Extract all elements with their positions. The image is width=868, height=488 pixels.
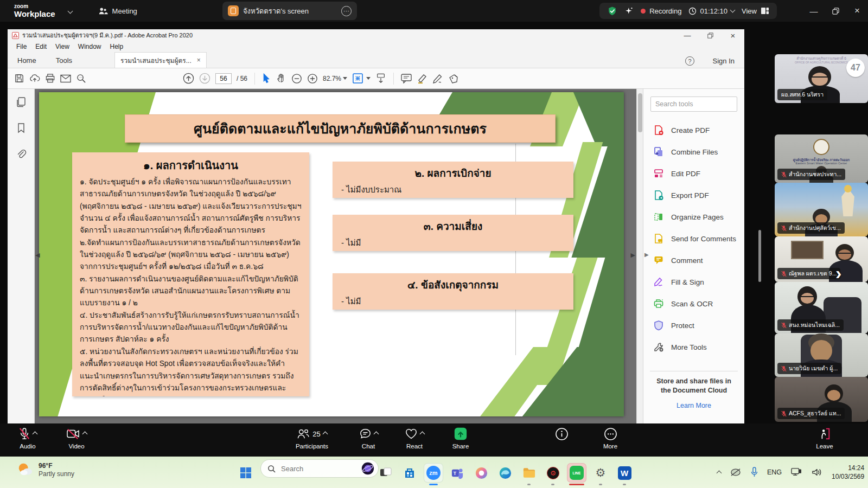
acrobat-restore-button[interactable] xyxy=(699,29,722,41)
tool-combine-files[interactable]: Combine Files xyxy=(643,141,744,163)
next-videos-chevron-icon[interactable]: › xyxy=(835,264,841,282)
select-cursor-icon[interactable] xyxy=(262,73,271,84)
menu-view[interactable]: View xyxy=(51,43,74,50)
document-scrollbar[interactable] xyxy=(636,89,643,423)
zoom-minimize-button[interactable]: — xyxy=(803,2,825,20)
find-icon[interactable]: ⋯ xyxy=(76,73,86,84)
taskbar-search-box[interactable] xyxy=(260,459,379,478)
tool-more-tools[interactable]: More Tools xyxy=(643,336,744,358)
help-icon[interactable]: ? xyxy=(685,56,694,66)
share-button[interactable]: Share xyxy=(436,427,486,450)
attachments-icon[interactable] xyxy=(16,149,27,159)
react-chevron-up-icon[interactable] xyxy=(420,431,425,436)
audio-button[interactable]: Audio xyxy=(3,427,53,450)
sign-in-button[interactable]: Sign In xyxy=(713,57,735,65)
info-button[interactable] xyxy=(537,427,586,441)
comment-bubble-icon[interactable] xyxy=(401,74,412,84)
network-icon[interactable] xyxy=(790,467,802,477)
video-tile[interactable]: สำนักงานเศรษฐกิจการเกษตรที่ 6 OFFICE OF … xyxy=(775,54,868,103)
chat-chevron-up-icon[interactable] xyxy=(373,431,379,436)
stamp-tag-icon[interactable] xyxy=(448,73,459,84)
acrobat-close-button[interactable]: × xyxy=(722,29,744,41)
tool-edit-pdf[interactable]: Edit PDF xyxy=(643,163,744,184)
video-tile[interactable]: สำนักงานปศุสัตว์เข... xyxy=(775,183,868,236)
panel-collapse-icon[interactable]: ▶ xyxy=(644,252,649,258)
zoom-level-dropdown[interactable]: 82.7% xyxy=(323,75,347,82)
react-button[interactable]: React xyxy=(390,427,439,450)
page-display-icon[interactable] xyxy=(375,73,386,84)
fit-page-icon[interactable] xyxy=(352,73,363,84)
file-explorer-button[interactable] xyxy=(520,464,538,482)
menu-file[interactable]: File xyxy=(12,43,31,50)
acrobat-minimize-button[interactable]: — xyxy=(676,29,699,41)
leave-button[interactable]: Leave xyxy=(800,427,850,450)
next-page-icon[interactable] xyxy=(199,73,210,84)
email-icon[interactable] xyxy=(60,74,71,83)
page-thumbnails-icon[interactable] xyxy=(16,97,27,107)
tab-meeting[interactable]: Meeting xyxy=(98,7,137,15)
copilot-search-icon[interactable] xyxy=(361,461,375,476)
tray-mic-icon[interactable] xyxy=(750,467,758,478)
page-number-input[interactable] xyxy=(215,73,232,84)
antivirus-app-button[interactable]: ⚙ xyxy=(544,464,562,482)
search-tools-input[interactable] xyxy=(650,97,737,112)
document-viewport[interactable]: ศูนย์ติดตามและแก้ไขปัญหาภัยพิบัติด้านการ… xyxy=(35,89,643,423)
video-tile[interactable]: นายวินัย เมฆดำ ผู้... xyxy=(775,333,868,377)
word-button[interactable]: W xyxy=(615,464,634,482)
task-view-button[interactable] xyxy=(376,464,395,482)
audio-chevron-up-icon[interactable] xyxy=(33,431,38,436)
security-shield-icon[interactable] xyxy=(607,6,617,16)
teams-button[interactable]: T xyxy=(448,464,467,482)
learn-more-link[interactable]: Learn More xyxy=(643,402,744,409)
meeting-timer[interactable]: 01:12:10 xyxy=(688,7,735,15)
video-tile[interactable]: สนง.หม่อนไหมเฉลิ... xyxy=(775,282,868,333)
participants-button[interactable]: 25 Participants xyxy=(282,427,342,450)
tool-export-pdf[interactable]: Export PDF xyxy=(643,184,744,206)
tab-document-close-icon[interactable]: × xyxy=(197,56,201,64)
tab-document[interactable]: รวมนำเสนอประชุมผู้ตร... × xyxy=(114,52,207,68)
menu-edit[interactable]: Edit xyxy=(31,43,51,50)
previous-page-icon[interactable] xyxy=(183,73,194,84)
tool-protect[interactable]: Protect xyxy=(643,314,744,336)
zoom-app-button[interactable]: zm xyxy=(424,464,443,482)
bookmarks-icon[interactable] xyxy=(16,123,26,133)
zoom-maximize-button[interactable] xyxy=(825,2,846,20)
video-tile[interactable]: ณัฐพล ผตร.เขต 9... xyxy=(775,236,868,282)
zoom-out-icon[interactable] xyxy=(291,73,302,84)
line-app-button[interactable]: LINE xyxy=(567,464,586,482)
video-tile[interactable]: ศูนย์ปฏิบัติการน้ำอัจฉริยะ ภาคตะวันออก E… xyxy=(775,134,868,183)
video-chevron-up-icon[interactable] xyxy=(82,431,88,436)
video-strip-scrollbar[interactable] xyxy=(758,230,761,282)
start-button[interactable] xyxy=(237,464,255,482)
document-scrollbar-thumb[interactable] xyxy=(638,93,642,132)
tool-send-for-comments[interactable]: Send for Comments xyxy=(643,228,744,249)
highlighter-icon[interactable] xyxy=(417,73,427,84)
tool-scan-ocr[interactable]: Scan & OCR xyxy=(643,293,744,314)
zoom-close-button[interactable]: × xyxy=(846,2,868,20)
volume-icon[interactable] xyxy=(811,467,823,477)
ai-sparkle-icon[interactable] xyxy=(624,7,634,16)
workspace-chevron-down-icon[interactable] xyxy=(67,8,73,14)
tab-tools[interactable]: Tools xyxy=(46,53,82,68)
fill-sign-pen-icon[interactable] xyxy=(432,73,443,84)
tool-fill-sign[interactable]: Fill & Sign xyxy=(643,271,744,293)
tool-comment[interactable]: Comment xyxy=(643,249,744,271)
tab-home[interactable]: Home xyxy=(8,53,46,68)
microsoft-store-button[interactable] xyxy=(400,464,419,482)
tool-organize-pages[interactable]: Organize Pages xyxy=(643,206,744,228)
next-page-arrow-icon[interactable]: ▶ xyxy=(631,252,635,259)
save-icon[interactable] xyxy=(14,73,24,84)
zoom-in-icon[interactable] xyxy=(307,73,318,84)
eye-hidden-icon[interactable] xyxy=(730,467,742,477)
settings-button[interactable]: ⚙ xyxy=(591,464,610,482)
print-icon[interactable] xyxy=(45,73,55,84)
tab-shared-screen[interactable]: จังหวัดตราด's screen ⋯ xyxy=(222,2,357,20)
tray-expand-chevron-icon[interactable] xyxy=(717,471,722,476)
menu-window[interactable]: Window xyxy=(74,43,106,50)
upload-cloud-icon[interactable] xyxy=(29,73,40,84)
language-indicator[interactable]: ENG xyxy=(767,468,782,476)
previous-page-arrow-icon[interactable]: ◀ xyxy=(35,252,40,259)
tool-create-pdf[interactable]: Create PDF xyxy=(643,119,744,141)
copilot-app-button[interactable] xyxy=(472,464,490,482)
video-button[interactable]: Video xyxy=(52,427,101,450)
